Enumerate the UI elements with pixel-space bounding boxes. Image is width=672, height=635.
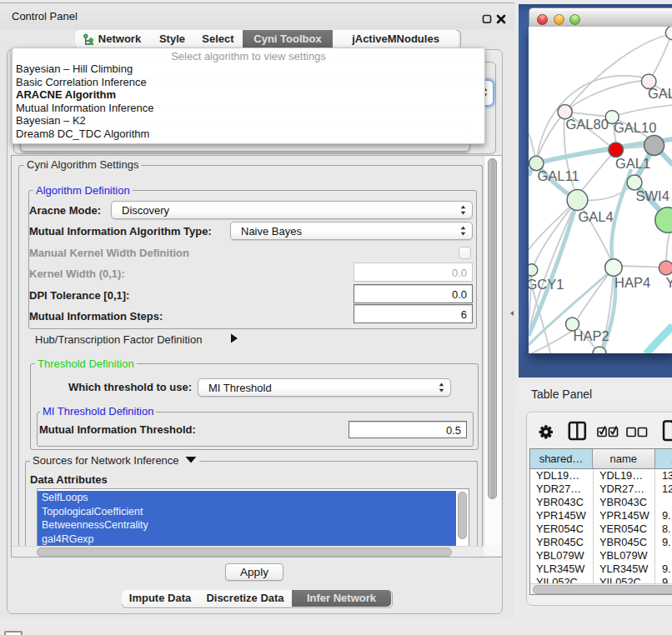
attribute-list-item[interactable]: SelfLoops [38,491,456,505]
column-header-label: shared… [539,452,584,465]
screenshot-root: Control Panel Network Style Select Cyni … [0,0,672,635]
table-row[interactable]: YDR27…YDR27…12 [530,482,672,496]
splitpane-collapse-icon[interactable] [509,310,514,317]
network-edge[interactable] [612,105,672,118]
tab-jactivemnodules[interactable]: jActiveMNodules [333,30,459,48]
network-node-label: HAP4 [614,275,650,290]
table-cell [662,496,672,509]
network-node-label: GCY1 [529,277,564,292]
window-title: Control Panel [12,10,78,22]
scrollbar-corner [484,546,501,556]
network-node[interactable] [665,27,672,40]
dropdown-item[interactable]: Mutual Information Inference [16,102,481,115]
dropdown-item[interactable]: Bayesian – K2 [16,114,481,128]
tab-network[interactable]: Network [75,30,152,48]
data-attributes-list[interactable]: SelfLoopsTopologicalCoefficientBetweenne… [37,488,469,548]
table-cell: 8. [662,522,672,536]
corner-mini-button[interactable] [4,631,23,635]
column-header-name[interactable]: name [593,449,655,469]
dropdown-item[interactable]: Basic Correlation Inference [16,76,481,89]
gear-icon[interactable] [537,422,555,441]
column-header-shared-name[interactable]: shared… [530,449,593,469]
table-row[interactable]: YLR345WYLR345W9. [530,562,672,576]
network-edge-highlighted[interactable] [646,326,672,353]
network-edge[interactable] [578,268,614,318]
split-columns-icon[interactable] [568,421,587,441]
table-hscrollbar-thumb[interactable] [533,585,672,594]
table-cell: YLR345W [599,562,653,576]
which-threshold-value: MI Threshold [208,382,272,394]
expand-right-icon[interactable] [230,333,238,343]
table-row[interactable]: YBR045CYBR045C9. [530,536,672,549]
traffic-light-close[interactable] [537,14,548,25]
which-threshold-label: Which threshold to use: [68,381,192,393]
table-row[interactable]: YBL079WYBL079W [530,549,672,562]
network-edge[interactable] [579,150,616,193]
network-canvas[interactable]: GALGAL80GAL10GAL1GAL11SWI4GAL4GCY1HAP4YH… [529,27,672,353]
dropdown-item[interactable]: Dream8 DC_TDC Algorithm [16,128,481,141]
settings-vscrollbar-thumb[interactable] [488,158,497,499]
cyni-algorithm-settings-title: Cyni Algorithm Settings [24,159,141,170]
table-cell: 9. [662,562,672,576]
tab-select[interactable]: Select [193,30,243,48]
apply-button[interactable]: Apply [225,563,283,581]
traffic-light-minimize[interactable] [554,14,564,25]
manual-kernel-checkbox[interactable] [459,247,471,259]
which-threshold-combobox[interactable]: MI Threshold [198,378,451,397]
document-icon[interactable] [662,419,672,442]
mi-threshold-field[interactable]: 0.5 [349,421,467,438]
dropdown-prompt: Select algorithm to view settings [13,50,484,62]
dpi-tolerance-label: DPI Tolerance [0,1]: [29,289,129,302]
traffic-light-zoom[interactable] [569,14,580,25]
list-vscrollbar[interactable] [458,492,467,539]
network-node[interactable] [605,259,623,277]
aracne-mode-combobox[interactable]: Discovery [111,201,473,219]
combo-arrows-icon [460,226,466,236]
network-node[interactable] [567,190,588,211]
tab-infer-network[interactable]: Infer Network [292,590,391,607]
combo-arrows-icon [460,205,466,215]
tab-cyni-toolbox[interactable]: Cyni Toolbox [243,30,333,48]
float-window-icon[interactable] [482,14,492,24]
table-panel-titlebar[interactable]: Table Panel [519,381,672,407]
network-edge[interactable] [622,266,659,268]
attribute-list-item[interactable]: BetweennessCentrality [38,518,456,532]
network-edge[interactable] [529,133,536,158]
network-node[interactable] [609,142,624,158]
network-node[interactable] [644,135,664,155]
hub-definition-label[interactable]: Hub/Transcription Factor Definition [35,333,202,346]
dpi-tolerance-field[interactable]: 0.0 [354,284,473,303]
network-window-titlebar[interactable] [529,8,672,28]
mi-type-combobox[interactable]: Naive Bayes [230,222,473,240]
attribute-list-item[interactable]: TopologicalCoefficient [38,505,456,519]
tab-infer-network-label: Infer Network [307,592,376,604]
table-row[interactable]: YBR043CYBR043C [530,496,672,509]
close-icon[interactable] [496,14,506,24]
tab-discretize-data[interactable]: Discretize Data [198,590,293,607]
network-edge[interactable] [534,200,578,264]
network-edge[interactable] [565,81,642,112]
control-panel-titlebar[interactable]: Control Panel [0,3,514,29]
table-cell [662,549,672,562]
tab-impute-data[interactable]: Impute Data [122,590,199,607]
dropdown-item[interactable]: ARACNE Algorithm [16,88,481,102]
tab-style[interactable]: Style [151,30,194,48]
network-node[interactable] [529,264,538,276]
settings-hscrollbar-thumb[interactable] [37,548,452,557]
kernel-width-field[interactable]: 0.0 [354,262,473,282]
collapse-down-icon[interactable] [185,456,197,463]
table-cell: YBL079W [536,549,591,562]
select-all-icon[interactable] [597,425,619,438]
dropdown-item[interactable]: Bayesian – Hill Climbing [16,62,481,76]
table-row[interactable]: YPR145WYPR145W9. [530,509,672,522]
table-row[interactable]: YDL19…YDL19…13 [530,469,672,482]
network-node[interactable] [659,261,672,275]
column-header-third[interactable]: A [655,449,672,469]
aracne-mode-value: Discovery [122,204,169,217]
attribute-list-item[interactable]: gal4RGexp [38,532,456,547]
table-row[interactable]: YER054CYER054C8. [530,522,672,536]
sources-group-title[interactable]: Sources for Network Inference [30,455,199,466]
network-graph: GALGAL80GAL10GAL1GAL11SWI4GAL4GCY1HAP4YH… [529,27,672,352]
mi-steps-field[interactable]: 6 [354,304,473,323]
deselect-all-icon[interactable] [626,425,648,438]
